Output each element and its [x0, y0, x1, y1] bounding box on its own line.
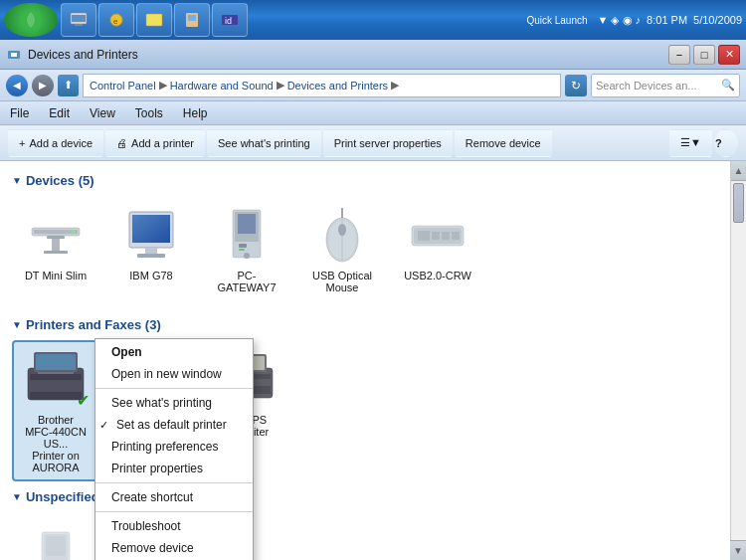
svg-rect-16: [52, 239, 60, 251]
menu-help[interactable]: Help: [179, 104, 212, 122]
unspecified-device[interactable]: Unknown: [12, 512, 99, 560]
menu-edit[interactable]: Edit: [45, 104, 74, 122]
maximize-button[interactable]: □: [693, 45, 715, 65]
add-printer-button[interactable]: 🖨 Add a printer: [105, 129, 205, 157]
unspecified-chevron: ▼: [12, 491, 22, 502]
taskbar-btn-1[interactable]: [61, 3, 96, 37]
start-button[interactable]: [4, 3, 58, 37]
sep1: ▶: [159, 79, 167, 92]
close-button[interactable]: ✕: [718, 45, 740, 65]
taskbar-btn-4[interactable]: [174, 3, 210, 37]
svg-rect-17: [44, 251, 68, 254]
address-bar: ◀ ▶ ⬆ Control Panel ▶ Hardware and Sound…: [0, 70, 746, 101]
taskbar: e id Quick Launch ▼ ◈ ◉ ♪ 8:01 PM 5/10/2…: [0, 0, 746, 40]
add-printer-icon: 🖨: [116, 137, 127, 149]
svg-rect-22: [145, 248, 157, 254]
menu-file[interactable]: File: [6, 104, 33, 122]
svg-rect-37: [418, 231, 430, 241]
device-ibm-g78[interactable]: IBM G78: [107, 196, 195, 301]
ctx-printing-preferences[interactable]: Printing preferences: [95, 436, 253, 458]
device-pc-gateway7[interactable]: PC-GATEWAY7: [203, 196, 290, 301]
device-pc-gateway7-label: PC-GATEWAY7: [211, 270, 282, 293]
remove-label: Remove device: [466, 137, 541, 149]
svg-rect-27: [239, 244, 247, 248]
device-pc-gateway7-icon: [211, 204, 282, 268]
svg-rect-58: [46, 536, 66, 556]
taskbar-right: Quick Launch ▼ ◈ ◉ ♪ 8:01 PM 5/10/2009: [526, 14, 742, 27]
svg-text:e: e: [113, 17, 118, 26]
printer-brother-label: BrotherMFC-440CN US...Printer onAURORA: [20, 414, 92, 473]
context-menu: Open Open in new window See what's print…: [94, 338, 254, 560]
device-ibm-g78-icon: [115, 204, 187, 268]
breadcrumb[interactable]: Control Panel ▶ Hardware and Sound ▶ Dev…: [83, 74, 561, 97]
ctx-create-shortcut[interactable]: Create shortcut: [95, 486, 253, 508]
ctx-remove-device[interactable]: Remove device: [95, 537, 253, 559]
printers-chevron: ▼: [12, 319, 22, 330]
svg-rect-45: [38, 372, 74, 374]
svg-rect-8: [188, 15, 196, 21]
devices-chevron: ▼: [12, 175, 22, 186]
add-printer-label: Add a printer: [131, 137, 194, 149]
menu-view[interactable]: View: [86, 104, 119, 122]
devices-section-header[interactable]: ▼ Devices (5): [12, 173, 718, 188]
svg-rect-15: [47, 236, 65, 239]
back-button[interactable]: ◀: [6, 75, 28, 96]
sep3: ▶: [391, 79, 399, 92]
devices-section-label: Devices (5): [26, 173, 94, 188]
ctx-see-whats-printing[interactable]: See what's printing: [95, 392, 253, 414]
remove-device-button[interactable]: Remove device: [455, 129, 552, 157]
devices-grid: DT Mini Slim IBM G78: [12, 196, 718, 301]
quick-launch-label: Quick Launch: [526, 15, 587, 26]
ctx-set-default[interactable]: Set as default printer: [95, 414, 253, 436]
printer-brother[interactable]: ✔ BrotherMFC-440CN US...Printer onAURORA: [12, 340, 99, 481]
refresh-button[interactable]: ↻: [565, 75, 587, 96]
device-usb20-crw[interactable]: USB2.0-CRW: [394, 196, 481, 301]
ctx-sep-3: [95, 511, 253, 512]
ctx-printer-properties[interactable]: Printer properties: [95, 458, 253, 479]
taskbar-btn-3[interactable]: [136, 3, 172, 37]
minimize-button[interactable]: −: [668, 45, 690, 65]
clock: 8:01 PM: [647, 14, 687, 26]
add-device-icon: +: [19, 137, 25, 149]
taskbar-btn-5[interactable]: id: [212, 3, 248, 37]
breadcrumb-hardware: Hardware and Sound: [170, 80, 274, 92]
device-usb-optical-mouse-label: USB OpticalMouse: [312, 270, 372, 293]
svg-point-29: [244, 253, 250, 259]
ctx-sep-2: [95, 482, 253, 483]
svg-rect-3: [72, 15, 86, 22]
svg-rect-46: [30, 392, 82, 400]
search-placeholder: Search Devices an...: [596, 80, 721, 92]
device-dt-mini-slim-icon: [20, 204, 92, 268]
printers-section-header[interactable]: ▼ Printers and Faxes (3): [12, 317, 718, 332]
svg-rect-6: [146, 14, 162, 26]
ctx-troubleshoot[interactable]: Troubleshoot: [95, 515, 253, 537]
view-options-button[interactable]: ☰▼: [669, 129, 712, 157]
window-title: Devices and Printers: [28, 48, 138, 62]
see-whats-printing-button[interactable]: See what's printing: [207, 129, 321, 157]
ctx-open-new-window[interactable]: Open in new window: [95, 363, 253, 385]
server-label: Print server properties: [334, 137, 442, 149]
svg-point-18: [72, 230, 76, 234]
unspecified-device-icon: [20, 520, 92, 560]
scrollbar[interactable]: ▲ ▼: [730, 161, 746, 560]
device-usb20-crw-label: USB2.0-CRW: [404, 270, 471, 281]
help-button[interactable]: ?: [714, 129, 738, 157]
device-dt-mini-slim[interactable]: DT Mini Slim: [12, 196, 99, 301]
ctx-open[interactable]: Open: [95, 341, 253, 363]
forward-button[interactable]: ▶: [32, 75, 54, 96]
taskbar-btn-2[interactable]: e: [98, 3, 134, 37]
device-usb-optical-mouse[interactable]: USB OpticalMouse: [298, 196, 386, 301]
up-button[interactable]: ⬆: [58, 75, 79, 96]
device-usb20-crw-icon: [402, 204, 473, 268]
svg-rect-40: [452, 232, 460, 240]
system-tray: ▼ ◈ ◉ ♪: [598, 14, 642, 27]
menu-tools[interactable]: Tools: [131, 104, 167, 122]
add-device-label: Add a device: [29, 137, 93, 149]
breadcrumb-text: Control Panel: [90, 80, 156, 92]
add-device-button[interactable]: + Add a device: [8, 129, 103, 157]
date: 5/10/2009: [693, 14, 742, 26]
print-server-properties-button[interactable]: Print server properties: [323, 129, 453, 157]
svg-rect-44: [30, 374, 82, 380]
search-box[interactable]: Search Devices an... 🔍: [591, 74, 740, 97]
printers-section-label: Printers and Faxes (3): [26, 317, 161, 332]
